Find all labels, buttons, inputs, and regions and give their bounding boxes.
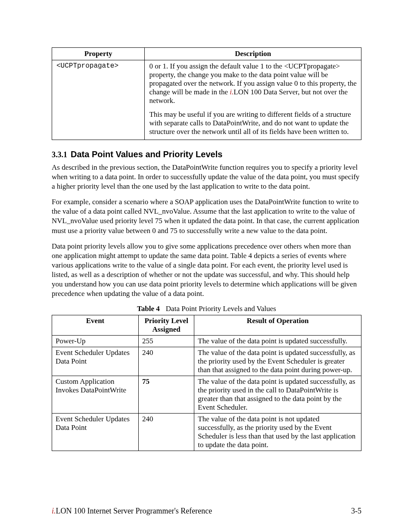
footer-title-text: LON 100 Internet Server Programmer's Ref… (56, 507, 212, 515)
body-paragraph-3: Data point priority levels allow you to … (52, 242, 361, 299)
priority-table: Event Priority Level Assigned Result of … (52, 315, 361, 451)
table-caption-number: Table 4 (137, 305, 160, 313)
description-paragraph-1: 0 or 1. If you assign the default value … (149, 62, 357, 105)
property-cell: <UCPTpropagate> (52, 60, 145, 140)
col-description-header: Description (145, 48, 361, 60)
section-heading: 3.3.1Data Point Values and Priority Leve… (52, 149, 361, 159)
section-title: Data Point Values and Priority Levels (71, 149, 222, 159)
italic-span: i. (230, 88, 234, 96)
col-property-header: Property (52, 48, 145, 60)
col-priority-header: Priority Level Assigned (139, 315, 194, 336)
footer-title: i.LON 100 Internet Server Programmer's R… (52, 507, 212, 516)
priority-cell: 255 (139, 336, 194, 347)
section-number: 3.3.1 (52, 150, 67, 159)
description-paragraph-2: This may be useful if you are writing to… (149, 110, 357, 136)
table-row: Event Scheduler Updates Data Point240The… (52, 414, 361, 451)
table-header-row: Property Description (52, 48, 361, 60)
table-row: Event Scheduler Updates Data Point240The… (52, 347, 361, 376)
col-result-header: Result of Operation (194, 315, 361, 336)
table-caption: Table 4Data Point Priority Levels and Va… (52, 305, 361, 313)
property-table: Property Description <UCPTpropagate> 0 o… (52, 47, 361, 140)
event-cell: Custom Application Invokes DataPointWrit… (52, 376, 139, 414)
table-caption-text: Data Point Priority Levels and Values (166, 305, 276, 313)
result-cell: The value of the data point is updated s… (194, 336, 361, 347)
result-cell: The value of the data point is updated s… (194, 376, 361, 414)
body-paragraph-2: For example, consider a scenario where a… (52, 197, 361, 235)
document-page: Property Description <UCPTpropagate> 0 o… (0, 0, 411, 532)
body-paragraph-1: As described in the previous section, th… (52, 163, 361, 191)
priority-cell: 240 (139, 414, 194, 451)
description-cell: 0 or 1. If you assign the default value … (145, 60, 361, 140)
page-footer: i.LON 100 Internet Server Programmer's R… (52, 507, 361, 516)
priority-cell: 75 (139, 376, 194, 414)
event-cell: Event Scheduler Updates Data Point (52, 347, 139, 376)
event-cell: Event Scheduler Updates Data Point (52, 414, 139, 451)
priority-cell: 240 (139, 347, 194, 376)
table-header-row: Event Priority Level Assigned Result of … (52, 315, 361, 336)
event-cell: Power-Up (52, 336, 139, 347)
table-row: Power-Up255The value of the data point i… (52, 336, 361, 347)
col-event-header: Event (52, 315, 139, 336)
result-cell: The value of the data point is updated s… (194, 347, 361, 376)
footer-italic-i: i. (52, 507, 56, 515)
footer-page-number: 3-5 (351, 507, 361, 516)
result-cell: The value of the data point is not updat… (194, 414, 361, 451)
table-row: <UCPTpropagate> 0 or 1. If you assign th… (52, 60, 361, 140)
table-row: Custom Application Invokes DataPointWrit… (52, 376, 361, 414)
